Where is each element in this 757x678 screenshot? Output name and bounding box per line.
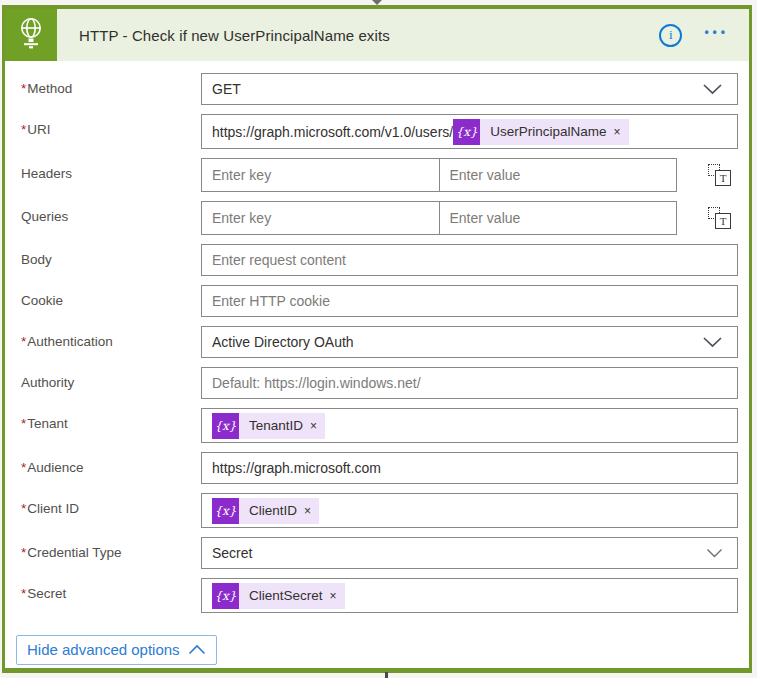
- headers-label: Headers: [21, 166, 72, 181]
- required-asterisk: *: [21, 416, 26, 431]
- http-globe-icon: [14, 15, 48, 55]
- connector-line: [385, 672, 388, 678]
- token-pill-clientid[interactable]: ClientID ×: [239, 498, 319, 524]
- dynamic-content-fx-badge: {x}: [212, 498, 239, 524]
- token-label: ClientID: [249, 503, 297, 518]
- method-label: Method: [27, 81, 72, 96]
- tenant-label: Tenant: [27, 416, 68, 431]
- field-row-audience: *Audience: [16, 452, 734, 484]
- action-title[interactable]: HTTP - Check if new UserPrincipalName ex…: [57, 9, 659, 61]
- authentication-dropdown[interactable]: Active Directory OAuth: [201, 326, 738, 358]
- credential-type-label: Credential Type: [27, 545, 121, 560]
- headers-array-mode-toggle-icon[interactable]: T: [708, 164, 731, 186]
- info-icon[interactable]: i: [659, 24, 682, 47]
- headers-value-input[interactable]: [450, 167, 667, 183]
- field-row-method: *Method GET: [16, 73, 734, 105]
- token-label: ClientSecret: [249, 588, 323, 603]
- token-pill-clientsecret[interactable]: ClientSecret ×: [239, 583, 345, 609]
- client-id-input[interactable]: {x} ClientID ×: [201, 493, 738, 528]
- body-input[interactable]: [212, 252, 727, 268]
- body-label: Body: [21, 252, 52, 267]
- cookie-label: Cookie: [21, 293, 63, 308]
- credential-type-value: Secret: [212, 545, 252, 561]
- close-icon[interactable]: ×: [614, 125, 621, 139]
- required-asterisk: *: [21, 334, 26, 349]
- cookie-input[interactable]: [212, 293, 727, 309]
- field-row-cookie: Cookie: [16, 285, 734, 317]
- hide-advanced-options-label: Hide advanced options: [27, 641, 180, 658]
- token-label: TenantID: [249, 418, 303, 433]
- field-row-authentication: *Authentication Active Directory OAuth: [16, 326, 734, 358]
- action-parameters-form: *Method GET *URI https://graph.microsoft…: [5, 61, 749, 613]
- headers-kv-box: [201, 158, 677, 192]
- close-icon[interactable]: ×: [330, 589, 337, 603]
- required-asterisk: *: [21, 501, 26, 516]
- secret-label: Secret: [27, 586, 66, 601]
- required-asterisk: *: [21, 545, 26, 560]
- authority-input[interactable]: [212, 375, 727, 391]
- field-row-uri: *URI https://graph.microsoft.com/v1.0/us…: [16, 114, 734, 149]
- required-asterisk: *: [21, 122, 26, 137]
- field-row-headers: Headers T: [16, 158, 734, 192]
- method-dropdown[interactable]: GET: [201, 73, 738, 105]
- card-footer: Hide advanced options: [5, 622, 749, 665]
- action-header[interactable]: HTTP - Check if new UserPrincipalName ex…: [5, 9, 749, 61]
- secret-input[interactable]: {x} ClientSecret ×: [201, 578, 738, 613]
- authority-label: Authority: [21, 375, 74, 390]
- dynamic-content-fx-badge: {x}: [212, 583, 239, 609]
- client-id-label: Client ID: [27, 501, 79, 516]
- field-row-secret: *Secret {x} ClientSecret ×: [16, 578, 734, 613]
- required-asterisk: *: [21, 460, 26, 475]
- authentication-value: Active Directory OAuth: [212, 334, 354, 350]
- hide-advanced-options-button[interactable]: Hide advanced options: [16, 635, 217, 665]
- close-icon[interactable]: ×: [310, 419, 317, 433]
- queries-value-input[interactable]: [450, 210, 667, 226]
- token-label: UserPrincipalName: [490, 124, 606, 139]
- audience-label: Audience: [27, 460, 83, 475]
- headers-key-input[interactable]: [212, 167, 429, 183]
- queries-array-mode-toggle-icon[interactable]: T: [708, 207, 731, 229]
- ellipsis-menu-icon[interactable]: •••: [704, 25, 729, 45]
- token-pill-userprincipalname[interactable]: UserPrincipalName ×: [480, 119, 628, 145]
- uri-label: URI: [27, 122, 50, 137]
- chevron-up-icon: [188, 641, 206, 658]
- queries-label: Queries: [21, 209, 68, 224]
- field-row-queries: Queries T: [16, 201, 734, 235]
- http-connector-tile: [5, 9, 57, 61]
- method-value: GET: [212, 81, 241, 97]
- token-pill-tenantid[interactable]: TenantID ×: [239, 413, 325, 439]
- uri-input[interactable]: https://graph.microsoft.com/v1.0/users/ …: [201, 114, 738, 149]
- close-icon[interactable]: ×: [304, 504, 311, 518]
- queries-key-input[interactable]: [212, 210, 429, 226]
- credential-type-dropdown[interactable]: Secret: [201, 537, 738, 569]
- field-row-tenant: *Tenant {x} TenantID ×: [16, 408, 734, 443]
- chevron-down-icon: [706, 548, 727, 558]
- dynamic-content-fx-badge: {x}: [453, 119, 480, 145]
- uri-text: https://graph.microsoft.com/v1.0/users/: [212, 124, 453, 140]
- audience-input[interactable]: [212, 460, 727, 476]
- required-asterisk: *: [21, 81, 26, 96]
- chevron-down-icon: [702, 83, 727, 95]
- field-row-credential-type: *Credential Type Secret: [16, 537, 734, 569]
- http-action-card: HTTP - Check if new UserPrincipalName ex…: [2, 5, 752, 673]
- field-row-body: Body: [16, 244, 734, 276]
- authentication-label: Authentication: [27, 334, 113, 349]
- flow-designer-canvas: HTTP - Check if new UserPrincipalName ex…: [0, 0, 757, 678]
- tenant-input[interactable]: {x} TenantID ×: [201, 408, 738, 443]
- field-row-authority: Authority: [16, 367, 734, 399]
- field-row-client-id: *Client ID {x} ClientID ×: [16, 493, 734, 528]
- queries-kv-box: [201, 201, 677, 235]
- dynamic-content-fx-badge: {x}: [212, 413, 239, 439]
- required-asterisk: *: [21, 586, 26, 601]
- chevron-down-icon: [702, 336, 727, 348]
